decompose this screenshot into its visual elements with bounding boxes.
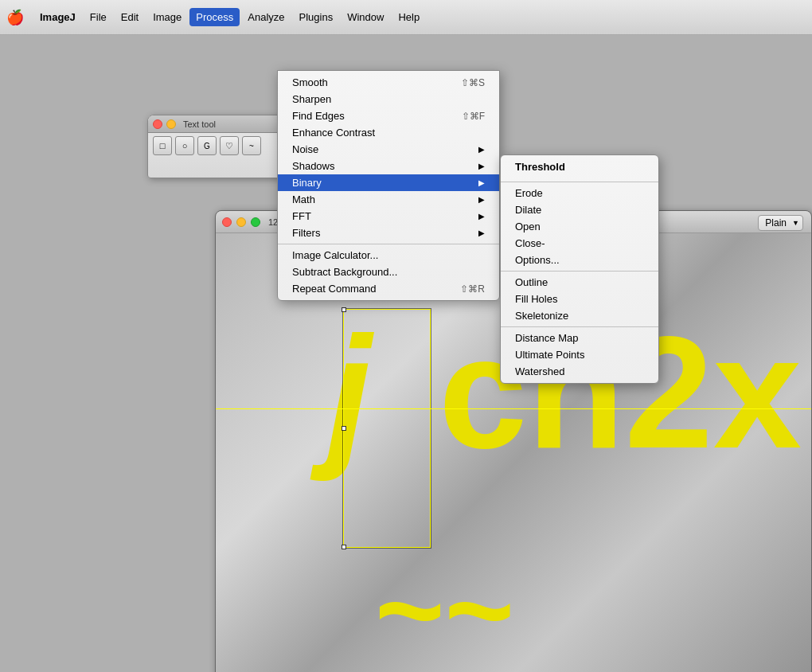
close-button[interactable]	[222, 217, 232, 227]
submenu-item-open[interactable]: Open	[501, 218, 658, 235]
menu-item-repeat-command[interactable]: Repeat Command ⇧⌘R	[278, 280, 499, 297]
menu-item-fft[interactable]: FFT ▶	[278, 208, 499, 225]
menu-item-smooth[interactable]: Smooth ⇧⌘S	[278, 74, 499, 91]
menu-item-enhance-contrast[interactable]: Enhance Contrast	[278, 124, 499, 141]
selection-handle-bottomleft[interactable]	[342, 545, 346, 549]
process-menu: Smooth ⇧⌘S Sharpen Find Edges ⇧⌘F Enhanc…	[277, 70, 500, 301]
tool-rect[interactable]: □	[153, 136, 172, 155]
menu-item-noise[interactable]: Noise ▶	[278, 141, 499, 158]
maximize-button[interactable]	[251, 217, 260, 227]
image-text-bottom: ~~	[375, 541, 514, 672]
menubar-plugins[interactable]: Plugins	[293, 8, 340, 26]
selection-handle-midleft[interactable]	[342, 426, 346, 431]
tt-minimize-button[interactable]	[166, 119, 176, 129]
menu-item-subtract-background[interactable]: Subtract Background...	[278, 264, 499, 280]
submenu-separator-1	[501, 182, 658, 182]
menubar-image[interactable]: Image	[146, 8, 188, 26]
menubar-process[interactable]: Process	[189, 8, 240, 26]
menu-item-shadows[interactable]: Shadows ▶	[278, 158, 499, 174]
selection-horizontal-line	[216, 408, 811, 409]
menubar-edit[interactable]: Edit	[115, 8, 145, 26]
menubar-file[interactable]: File	[84, 8, 113, 26]
menu-item-image-calculator[interactable]: Image Calculator...	[278, 247, 499, 264]
apple-logo-icon[interactable]: 🍎	[6, 9, 24, 26]
minimize-button[interactable]	[236, 217, 246, 227]
tt-close-button[interactable]	[153, 119, 162, 129]
submenu-item-outline[interactable]: Outline	[501, 274, 658, 291]
submenu-item-skeletonize[interactable]: Skeletonize	[501, 307, 658, 324]
submenu-item-fill-holes[interactable]: Fill Holes	[501, 291, 658, 307]
selection-handle-topleft[interactable]	[342, 307, 346, 312]
tool-freehand[interactable]: ~	[242, 136, 261, 155]
menu-item-binary[interactable]: Binary ▶	[278, 174, 499, 191]
tool-heart[interactable]: ♡	[220, 136, 239, 155]
submenu-item-options[interactable]: Options...	[501, 252, 658, 268]
submenu-separator-3	[501, 326, 658, 327]
text-tool-title: Text tool	[183, 119, 216, 129]
tool-poly[interactable]: G	[197, 136, 217, 155]
content-area: 1280x1 Plain j ch2x ~~ Text tool □	[0, 35, 812, 672]
submenu-item-distance-map[interactable]: Distance Map	[501, 330, 658, 346]
selection-rectangle	[343, 309, 431, 548]
binary-submenu: Threshold Erode Dilate Open Close- Optio…	[500, 154, 659, 384]
submenu-item-erode[interactable]: Erode	[501, 185, 658, 201]
plain-dropdown[interactable]: Plain	[758, 215, 803, 231]
menubar-window[interactable]: Window	[341, 8, 390, 26]
submenu-item-ultimate-points[interactable]: Ultimate Points	[501, 346, 658, 363]
submenu-item-close[interactable]: Close-	[501, 235, 658, 252]
menubar-imagej[interactable]: ImageJ	[33, 8, 82, 26]
submenu-item-threshold[interactable]: Threshold	[501, 158, 658, 179]
menubar-help[interactable]: Help	[392, 8, 426, 26]
menu-separator-1	[278, 244, 499, 244]
menubar-analyze[interactable]: Analyze	[241, 8, 291, 26]
menu-item-filters[interactable]: Filters ▶	[278, 225, 499, 241]
menubar: 🍎 ImageJ File Edit Image Process Analyze…	[0, 0, 812, 35]
tool-oval[interactable]: ○	[175, 136, 194, 155]
submenu-separator-2	[501, 271, 658, 272]
submenu-item-watershed[interactable]: Watershed	[501, 363, 658, 380]
menu-item-math[interactable]: Math ▶	[278, 191, 499, 208]
submenu-item-dilate[interactable]: Dilate	[501, 201, 658, 218]
menu-item-sharpen[interactable]: Sharpen	[278, 91, 499, 107]
menu-item-find-edges[interactable]: Find Edges ⇧⌘F	[278, 107, 499, 124]
